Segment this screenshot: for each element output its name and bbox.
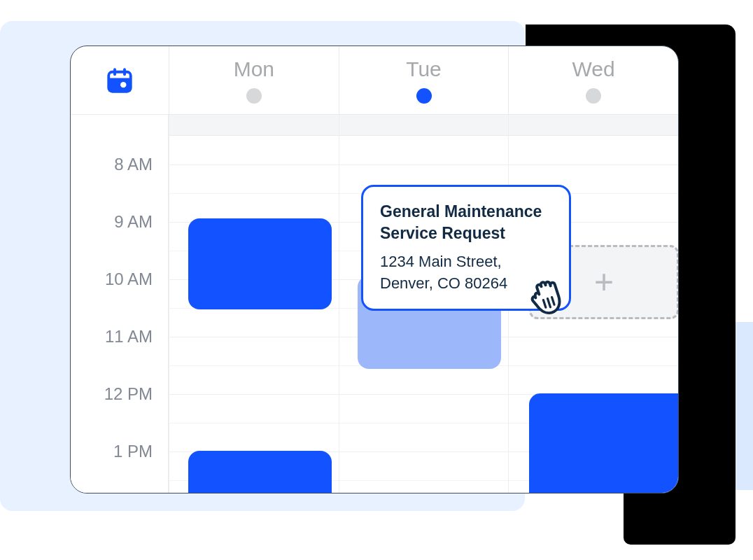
drag-cursor-icon — [519, 267, 575, 326]
time-label: 1 PM — [113, 442, 153, 461]
calendar-body: 8 AM 9 AM 10 AM 11 AM 12 PM 1 PM + Gener… — [71, 115, 678, 493]
event-block[interactable] — [188, 451, 332, 493]
time-label: 12 PM — [104, 384, 153, 404]
day-label: Wed — [572, 57, 615, 81]
calendar-icon-cell — [71, 46, 169, 114]
day-label: Tue — [406, 57, 442, 81]
calendar-icon[interactable] — [105, 66, 134, 95]
time-gutter: 8 AM 9 AM 10 AM 11 AM 12 PM 1 PM — [71, 115, 169, 493]
day-label: Mon — [234, 57, 274, 81]
calendar-header: Mon Tue Wed — [71, 46, 678, 115]
time-label: 8 AM — [114, 155, 153, 174]
plus-icon: + — [594, 265, 614, 299]
day-header-tue[interactable]: Tue — [339, 46, 509, 114]
event-block[interactable] — [529, 393, 678, 493]
day-header-mon[interactable]: Mon — [169, 46, 339, 114]
svg-rect-1 — [108, 78, 131, 91]
popover-title: General Maintenance Service Request — [380, 201, 552, 244]
time-label: 9 AM — [114, 212, 153, 232]
day-dot — [246, 88, 262, 104]
svg-point-4 — [120, 81, 126, 87]
day-dot-active — [416, 88, 432, 104]
day-dot — [586, 88, 601, 104]
time-label: 10 AM — [105, 270, 153, 289]
event-block[interactable] — [188, 218, 332, 309]
day-header-wed[interactable]: Wed — [508, 46, 678, 114]
calendar-card: Mon Tue Wed 8 AM 9 AM 10 AM 11 AM — [70, 46, 679, 493]
time-label: 11 AM — [105, 327, 153, 346]
